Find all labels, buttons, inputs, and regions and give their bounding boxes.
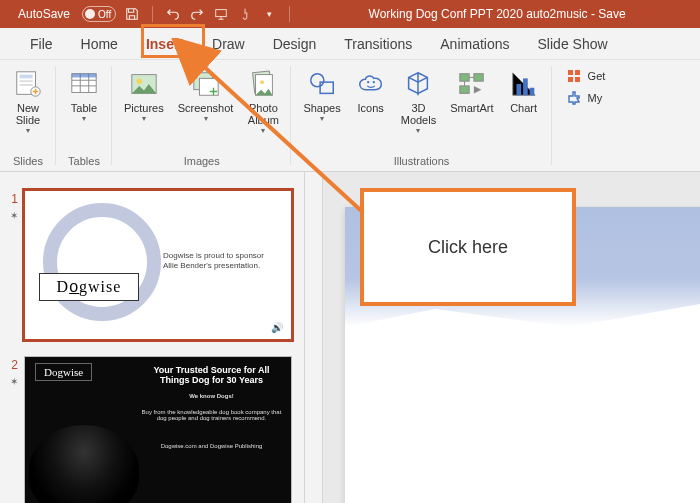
svg-rect-7: [72, 74, 96, 78]
group-slides: New Slide ▾ Slides: [0, 60, 56, 171]
slide-thumbnail-2[interactable]: Dogwise Your Trusted Source for All Thin…: [24, 356, 292, 503]
tab-slideshow[interactable]: Slide Show: [524, 30, 622, 58]
caret-icon: ▾: [142, 114, 146, 123]
shapes-button[interactable]: Shapes ▾: [297, 64, 346, 127]
present-icon[interactable]: [213, 6, 229, 22]
svg-rect-26: [575, 70, 580, 75]
thumbnail-row: 2 ✶ Dogwise Your Trusted Source for All …: [0, 348, 304, 503]
thumbnail-row: 1 ✶ Dogwise Dogwise is proud to sponsor …: [0, 182, 304, 348]
table-button[interactable]: Table ▾: [62, 64, 106, 127]
screenshot-icon: [190, 68, 222, 100]
autosave-toggle[interactable]: Off: [82, 6, 116, 22]
svg-rect-25: [568, 70, 573, 75]
slide-thumbnail-1[interactable]: Dogwise Dogwise is proud to sponsor Alli…: [24, 190, 292, 340]
store-icon: [566, 68, 582, 84]
addins-icon: [566, 90, 582, 106]
tab-animations[interactable]: Animations: [426, 30, 523, 58]
svg-point-9: [136, 78, 142, 84]
group-addins: Get My: [552, 60, 614, 171]
3d-models-icon: [402, 68, 434, 100]
title-bar: AutoSave Off ▾ Working Dog Conf PPT 2020…: [0, 0, 700, 28]
dog-nose-image: [29, 425, 139, 503]
table-icon: [68, 68, 100, 100]
tab-design[interactable]: Design: [259, 30, 331, 58]
caret-icon: ▾: [204, 114, 208, 123]
group-illustrations-label: Illustrations: [394, 153, 450, 171]
undo-icon[interactable]: [165, 6, 181, 22]
svg-rect-19: [460, 74, 469, 82]
tab-file[interactable]: File: [16, 30, 67, 58]
photo-album-icon: [247, 68, 279, 100]
qat-dropdown-icon[interactable]: ▾: [261, 6, 277, 22]
svg-point-14: [261, 80, 265, 84]
tab-insert[interactable]: Insert: [132, 30, 198, 58]
my-addins-label: My: [588, 92, 603, 104]
group-addins-label: [584, 110, 587, 128]
table-label: Table: [71, 102, 97, 114]
redo-icon[interactable]: [189, 6, 205, 22]
3d-models-button[interactable]: 3D Models ▾: [395, 64, 442, 139]
caret-icon: ▾: [416, 126, 420, 135]
slide-number: 1: [4, 190, 18, 206]
photo-album-label: Photo Album: [248, 102, 279, 126]
decorative-circle: [43, 203, 161, 321]
3d-models-label: 3D Models: [401, 102, 436, 126]
touch-mode-icon[interactable]: [237, 6, 253, 22]
svg-rect-20: [474, 74, 483, 82]
group-illustrations: Shapes ▾ Icons 3D Models ▾ Smar: [291, 60, 551, 171]
chart-icon: [508, 68, 540, 100]
svg-rect-3: [20, 80, 33, 82]
vertical-ruler: [305, 172, 323, 503]
pictures-button[interactable]: Pictures ▾: [118, 64, 170, 127]
shapes-icon: [306, 68, 338, 100]
get-addins-button[interactable]: Get: [562, 66, 610, 86]
animation-indicator-icon: ✶: [4, 374, 18, 387]
svg-rect-2: [20, 75, 33, 79]
chart-button[interactable]: Chart: [502, 64, 546, 118]
icons-icon: [355, 68, 387, 100]
animation-indicator-icon: ✶: [4, 208, 18, 221]
svg-rect-28: [575, 77, 580, 82]
group-images-label: Images: [184, 153, 220, 171]
svg-rect-4: [20, 84, 33, 86]
svg-rect-11: [199, 78, 218, 95]
tab-draw[interactable]: Draw: [198, 30, 259, 58]
svg-point-15: [311, 74, 324, 87]
my-addins-button[interactable]: My: [562, 88, 610, 108]
smartart-button[interactable]: SmartArt: [444, 64, 499, 118]
document-title: Working Dog Conf PPT 2020 auto2music - S…: [294, 7, 700, 21]
svg-rect-27: [568, 77, 573, 82]
group-slides-label: Slides: [13, 153, 43, 171]
smartart-label: SmartArt: [450, 102, 493, 114]
svg-point-18: [372, 81, 374, 83]
slide-number: 2: [4, 356, 18, 372]
tab-home[interactable]: Home: [67, 30, 132, 58]
tab-transitions[interactable]: Transitions: [330, 30, 426, 58]
slide2-heading: Your Trusted Source for All Things Dog f…: [140, 365, 283, 385]
caret-icon: ▾: [261, 126, 265, 135]
svg-rect-22: [516, 84, 521, 95]
speaker-icon: 🔊: [271, 322, 283, 333]
dogwise-logo: Dogwise: [39, 273, 139, 301]
svg-rect-23: [523, 78, 528, 95]
slide-thumbnails-panel[interactable]: 1 ✶ Dogwise Dogwise is proud to sponsor …: [0, 172, 305, 503]
new-slide-icon: [12, 68, 44, 100]
screenshot-label: Screenshot: [178, 102, 234, 114]
chart-label: Chart: [510, 102, 537, 114]
icons-label: Icons: [358, 102, 384, 114]
toggle-knob-icon: [85, 9, 95, 19]
screenshot-button[interactable]: Screenshot ▾: [172, 64, 240, 127]
group-tables: Table ▾ Tables: [56, 60, 112, 171]
slide2-tag3: Dogwise.com and Dogwise Publishing: [140, 443, 283, 449]
new-slide-button[interactable]: New Slide ▾: [6, 64, 50, 139]
autosave-state: Off: [98, 9, 111, 20]
pictures-icon: [128, 68, 160, 100]
click-here-callout: Click here: [360, 188, 576, 306]
photo-album-button[interactable]: Photo Album ▾: [241, 64, 285, 139]
ribbon: New Slide ▾ Slides Table ▾ Tables Pi: [0, 60, 700, 172]
slide1-caption: Dogwise is proud to sponsor Allie Bender…: [163, 251, 273, 270]
slide2-tag2: Buy from the knowledgeable dog book comp…: [140, 409, 283, 421]
save-icon[interactable]: [124, 6, 140, 22]
caret-icon: ▾: [320, 114, 324, 123]
icons-button[interactable]: Icons: [349, 64, 393, 118]
